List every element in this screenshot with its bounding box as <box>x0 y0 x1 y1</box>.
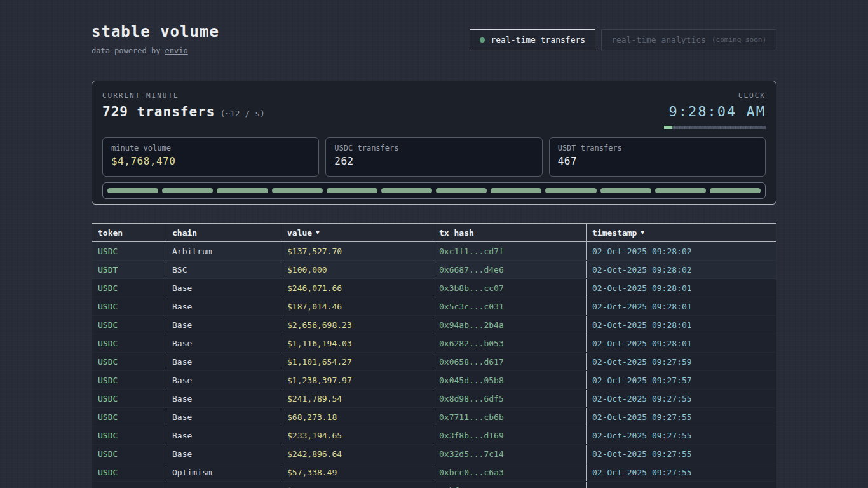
tx-hash-link[interactable]: 0xc1f1...cd7f <box>433 242 587 260</box>
column-header-tx-hash: tx hash <box>433 224 587 242</box>
tx-hash-link[interactable]: 0x7711...cb6b <box>433 408 587 426</box>
activity-segment <box>107 188 158 193</box>
token-cell: USDC <box>92 316 166 334</box>
value-cell: $187,014.46 <box>281 297 433 315</box>
tx-hash-link[interactable]: 0x5c3c...c031 <box>433 297 587 315</box>
value-cell: $2,656,698.23 <box>281 316 433 334</box>
panel-top: CURRENT MINUTE 729 transfers (~12 / s) C… <box>102 92 766 129</box>
activity-segment <box>381 188 432 193</box>
minute-progress-fill <box>664 126 672 129</box>
tx-hash-link[interactable]: 0xbf75...3661 <box>433 482 587 488</box>
timestamp-cell: 02-Oct-2025 09:27:57 <box>587 371 776 389</box>
timestamp-cell: 02-Oct-2025 09:28:02 <box>587 261 776 278</box>
value-cell: $233,194.65 <box>281 426 433 444</box>
column-header-timestamp[interactable]: timestamp▼ <box>587 224 776 242</box>
column-header-value[interactable]: value▼ <box>281 224 433 242</box>
timestamp-cell: 02-Oct-2025 09:27:55 <box>587 445 776 463</box>
chain-cell: Optimism <box>166 463 281 481</box>
timestamp-cell: 02-Oct-2025 09:27:55 <box>587 463 776 481</box>
value-cell: $246,071.66 <box>281 279 433 297</box>
table-row: USDTBSC$100,0000x6687...d4e602-Oct-2025 … <box>92 261 776 279</box>
value-cell: $1,238,397.97 <box>281 371 433 389</box>
clock-label: CLOCK <box>664 92 766 100</box>
coming-soon-badge: (coming soon) <box>712 36 766 44</box>
value-cell: $242,896.64 <box>281 445 433 463</box>
transfers-count: 729 transfers <box>102 104 215 119</box>
token-cell: USDC <box>92 279 166 297</box>
column-header-label: chain <box>172 228 197 238</box>
chain-cell: Base <box>166 445 281 463</box>
table-row: USDCBase$2,656,698.230x94ab...2b4a02-Oct… <box>92 316 776 334</box>
token-cell: USDC <box>92 242 166 260</box>
table-row: USDCBase$246,071.660x3b8b...cc0702-Oct-2… <box>92 279 776 297</box>
clock-block: CLOCK 9:28:04 AM <box>664 92 766 129</box>
stat-label: USDT transfers <box>558 144 757 152</box>
stat-label: USDC transfers <box>334 144 533 152</box>
timestamp-cell: 02-Oct-2025 09:28:01 <box>587 279 776 297</box>
tx-hash-link[interactable]: 0xbcc0...c6a3 <box>433 463 587 481</box>
value-cell: $68,273.18 <box>281 408 433 426</box>
chain-cell: Base <box>166 334 281 352</box>
table-row: USDCArbitrum$137,527.700xc1f1...cd7f02-O… <box>92 242 776 261</box>
activity-segment <box>600 188 651 193</box>
tx-hash-link[interactable]: 0x6282...b053 <box>433 334 587 352</box>
tx-hash-link[interactable]: 0x3b8b...cc07 <box>433 279 587 297</box>
current-minute-panel: CURRENT MINUTE 729 transfers (~12 / s) C… <box>92 81 776 205</box>
minute-progress-bar <box>664 126 766 129</box>
chain-cell: Base <box>166 371 281 389</box>
timestamp-cell: 02-Oct-2025 09:28:02 <box>587 242 776 260</box>
token-cell: USDC <box>92 297 166 315</box>
sort-desc-icon: ▼ <box>316 229 319 236</box>
stat-boxes: minute volume $4,768,470 USDC transfers … <box>102 137 766 177</box>
tx-hash-link[interactable]: 0x32d5...7c14 <box>433 445 587 463</box>
chain-cell: Arbitrum <box>166 242 281 260</box>
tx-hash-link[interactable]: 0x0658...d617 <box>433 353 587 370</box>
column-header-label: timestamp <box>592 228 637 238</box>
tx-hash-link[interactable]: 0x8d98...6df5 <box>433 390 587 407</box>
column-header-chain: chain <box>166 224 281 242</box>
token-cell: USDC <box>92 371 166 389</box>
subtitle-text: data powered by <box>92 46 165 55</box>
tab-real-time-transfers[interactable]: real-time transfers <box>470 29 595 50</box>
timestamp-cell: 02-Oct-2025 09:28:01 <box>587 334 776 352</box>
token-cell: USDC <box>92 390 166 407</box>
stat-box-minute-volume: minute volume $4,768,470 <box>102 137 319 177</box>
activity-segment <box>491 188 541 193</box>
table-body: USDCArbitrum$137,527.700xc1f1...cd7f02-O… <box>92 242 776 488</box>
table-row: USDCBase$1,101,654.270x0658...d61702-Oct… <box>92 353 776 371</box>
table-row: USDCBase$1,238,397.970x045d...05b802-Oct… <box>92 371 776 390</box>
tx-hash-link[interactable]: 0x6687...d4e6 <box>433 261 587 278</box>
timestamp-cell: 02-Oct-2025 09:27:55 <box>587 426 776 444</box>
tx-hash-link[interactable]: 0x3f8b...d169 <box>433 426 587 444</box>
stat-value: 262 <box>334 155 533 167</box>
transfers-line: 729 transfers (~12 / s) <box>102 104 265 119</box>
envio-link[interactable]: envio <box>165 46 188 55</box>
chain-cell: Base <box>166 482 281 488</box>
token-cell: USDC <box>92 408 166 426</box>
token-cell: USDC <box>92 463 166 481</box>
activity-segment <box>436 188 487 193</box>
subtitle: data powered by envio <box>92 46 219 55</box>
clock-time: 9:28:04 AM <box>664 104 766 119</box>
token-cell: USDC <box>92 445 166 463</box>
timestamp-cell: 02-Oct-2025 09:27:53 <box>587 482 776 488</box>
column-header-label: tx hash <box>439 228 474 238</box>
tab-label: real-time transfers <box>491 35 585 44</box>
timestamp-cell: 02-Oct-2025 09:27:55 <box>587 408 776 426</box>
activity-segment <box>655 188 706 193</box>
tx-hash-link[interactable]: 0x94ab...2b4a <box>433 316 587 334</box>
activity-segment <box>217 188 268 193</box>
header: stable volume data powered by envio real… <box>92 23 776 55</box>
current-minute-block: CURRENT MINUTE 729 transfers (~12 / s) <box>102 92 265 119</box>
page: stable volume data powered by envio real… <box>92 0 776 488</box>
stat-box-usdc-transfers: USDC transfers 262 <box>325 137 542 177</box>
live-dot-icon <box>480 37 485 43</box>
activity-segment <box>162 188 213 193</box>
column-header-label: value <box>287 228 312 238</box>
sort-desc-icon: ▼ <box>641 229 644 236</box>
token-cell: USDC <box>92 482 166 488</box>
tx-hash-link[interactable]: 0x045d...05b8 <box>433 371 587 389</box>
tab-real-time-analytics[interactable]: real-time analytics (coming soon) <box>601 29 776 50</box>
page-title: stable volume <box>92 23 219 41</box>
table-row: USDCBase$187,014.460x5c3c...c03102-Oct-2… <box>92 297 776 316</box>
